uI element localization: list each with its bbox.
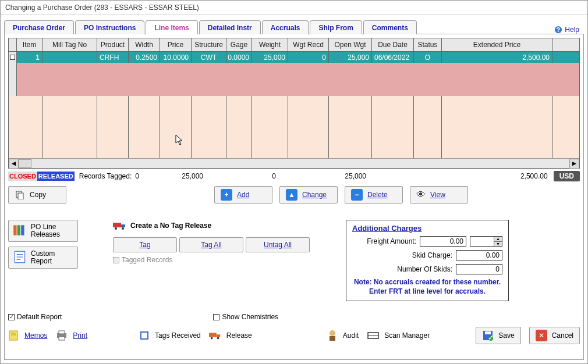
scroll-track[interactable] xyxy=(19,159,569,169)
window-title: Changing a Purchase Order (283 - ESSARS … xyxy=(1,1,587,15)
tags-received-button[interactable]: Tags Received xyxy=(139,327,201,344)
spin-down-icon[interactable]: ▼ xyxy=(494,242,502,247)
custom-report-label: Custom Report xyxy=(31,250,74,265)
note-line2: Enter FRT at line level for accruals. xyxy=(352,287,502,297)
add-label: Add xyxy=(237,191,249,199)
po-line-releases-label: PO Line Releases xyxy=(31,223,74,238)
print-button[interactable]: Print xyxy=(55,327,87,344)
delete-button[interactable]: − Delete xyxy=(345,186,403,204)
create-no-tag-release[interactable]: Create a No Tag Release xyxy=(113,220,311,231)
tab-line-items[interactable]: Line Items xyxy=(146,20,197,34)
memo-icon xyxy=(8,330,20,341)
col-product[interactable]: Product xyxy=(97,38,129,51)
po-line-releases-button[interactable]: PO Line Releases xyxy=(8,220,78,242)
skid-label: Skid Charge: xyxy=(352,251,452,259)
sum-wgt-recd: 0 xyxy=(233,172,315,180)
tagged-records-label: Tagged Records xyxy=(122,256,172,264)
tag-buttons: Tag Tag All Untag All xyxy=(113,237,311,252)
col-select xyxy=(9,38,17,51)
triangle-icon: ▲ xyxy=(286,189,297,201)
custom-report-button[interactable]: Custom Report xyxy=(8,247,78,269)
minus-icon: − xyxy=(351,189,363,201)
empty-row xyxy=(9,63,579,74)
cell-gage: 0.0000 xyxy=(226,52,252,63)
help-link[interactable]: ? Help xyxy=(554,26,584,34)
save-button[interactable]: ✓ Save xyxy=(476,327,520,344)
table-row[interactable]: 1 CRFH 0.2500 10.0000 CWT 0.0000 25,000 … xyxy=(9,52,579,63)
freight-input[interactable] xyxy=(420,236,466,247)
horizontal-scrollbar[interactable]: ◄ ► xyxy=(9,158,579,168)
svg-rect-22 xyxy=(141,333,147,338)
badge-released: RELEASED xyxy=(37,172,75,181)
scroll-right-arrow[interactable]: ► xyxy=(569,159,579,169)
svg-point-26 xyxy=(217,337,219,340)
grid-header: Item Mill Tag No Product Width Price Str… xyxy=(9,38,579,52)
scroll-left-arrow[interactable]: ◄ xyxy=(9,159,19,169)
scroll-thumb[interactable] xyxy=(19,159,31,168)
col-mill-tag[interactable]: Mill Tag No xyxy=(42,38,97,51)
left-column: PO Line Releases Custom Report xyxy=(8,220,95,269)
audit-button[interactable]: Audit xyxy=(327,327,359,344)
truck-icon xyxy=(209,330,222,341)
line-items-grid[interactable]: Item Mill Tag No Product Width Price Str… xyxy=(8,38,580,169)
tab-po-instructions[interactable]: PO Instructions xyxy=(75,20,144,34)
col-price[interactable]: Price xyxy=(160,38,192,51)
row-checkbox[interactable] xyxy=(9,52,17,63)
tab-purchase-order[interactable]: Purchase Order xyxy=(4,20,74,34)
col-status[interactable]: Status xyxy=(414,38,442,51)
col-structure[interactable]: Structure xyxy=(192,38,226,51)
summary-bar: CLOSED RELEASED Records Tagged: 0 25,000… xyxy=(8,170,580,183)
cell-due: 06/06/2022 xyxy=(372,52,414,63)
additional-charges-panel: Additional Charges Freight Amount: ▲▼ Sk… xyxy=(346,220,509,301)
untag-all-button[interactable]: Untag All xyxy=(246,237,310,252)
mid-area: PO Line Releases Custom Report Create a … xyxy=(8,220,580,301)
show-chemistries-check[interactable]: Show Chemistries xyxy=(213,313,278,321)
tab-comments[interactable]: Comments xyxy=(363,20,417,34)
cell-mill xyxy=(42,52,97,63)
tagged-records-checkbox xyxy=(113,257,119,263)
help-icon: ? xyxy=(554,26,562,34)
release-button[interactable]: Release xyxy=(209,327,252,344)
col-item[interactable]: Item xyxy=(17,38,42,51)
num-skids-input[interactable] xyxy=(456,264,502,274)
show-chemistries-label: Show Chemistries xyxy=(222,313,278,321)
scan-manager-button[interactable]: Scan Manager xyxy=(367,327,430,344)
svg-text:?: ? xyxy=(557,26,560,33)
spin-up-icon[interactable]: ▲ xyxy=(494,237,502,242)
tab-ship-from[interactable]: Ship From xyxy=(310,20,362,34)
tag-column: Create a No Tag Release Tag Tag All Unta… xyxy=(113,220,311,264)
memos-button[interactable]: Memos xyxy=(8,327,47,344)
plus-icon: + xyxy=(221,189,232,201)
cancel-icon: ✕ xyxy=(536,330,547,341)
badge-closed: CLOSED xyxy=(8,172,37,181)
show-chemistries-checkbox[interactable] xyxy=(213,314,219,320)
tag-button[interactable]: Tag xyxy=(113,237,177,252)
tag-all-button[interactable]: Tag All xyxy=(179,237,243,252)
svg-rect-6 xyxy=(21,225,24,235)
books-icon xyxy=(12,223,27,239)
grid-body: 1 CRFH 0.2500 10.0000 CWT 0.0000 25,000 … xyxy=(9,52,579,158)
col-width[interactable]: Width xyxy=(129,38,160,51)
help-label: Help xyxy=(565,26,579,34)
default-report-check[interactable]: Default Report xyxy=(8,313,62,321)
freight-spinner[interactable]: ▲▼ xyxy=(470,236,502,247)
view-button[interactable]: 👁 View xyxy=(410,186,468,204)
change-button[interactable]: ▲ Change xyxy=(279,186,338,204)
copy-button[interactable]: Copy xyxy=(8,186,66,204)
action-row: Copy + Add ▲ Change − Delete 👁 View xyxy=(8,186,580,204)
col-gage[interactable]: Gage xyxy=(226,38,252,51)
skid-input[interactable] xyxy=(456,250,502,260)
add-button[interactable]: + Add xyxy=(214,186,272,204)
col-wgt-recd[interactable]: Wgt Recd xyxy=(288,38,329,51)
copy-label: Copy xyxy=(30,191,46,199)
tab-detailed-instr[interactable]: Detailed Instr xyxy=(199,20,261,34)
cancel-button[interactable]: ✕ Cancel xyxy=(529,327,580,344)
col-due-date[interactable]: Due Date xyxy=(372,38,414,51)
printer-icon xyxy=(55,330,68,341)
note-line1: Note: No accruals created for these numb… xyxy=(352,278,502,287)
col-extended-price[interactable]: Extended Price xyxy=(442,38,552,51)
col-open-wgt[interactable]: Open Wgt xyxy=(329,38,372,51)
tab-accruals[interactable]: Accruals xyxy=(262,20,309,34)
default-report-checkbox[interactable] xyxy=(8,314,15,320)
col-weight[interactable]: Weight xyxy=(252,38,288,51)
